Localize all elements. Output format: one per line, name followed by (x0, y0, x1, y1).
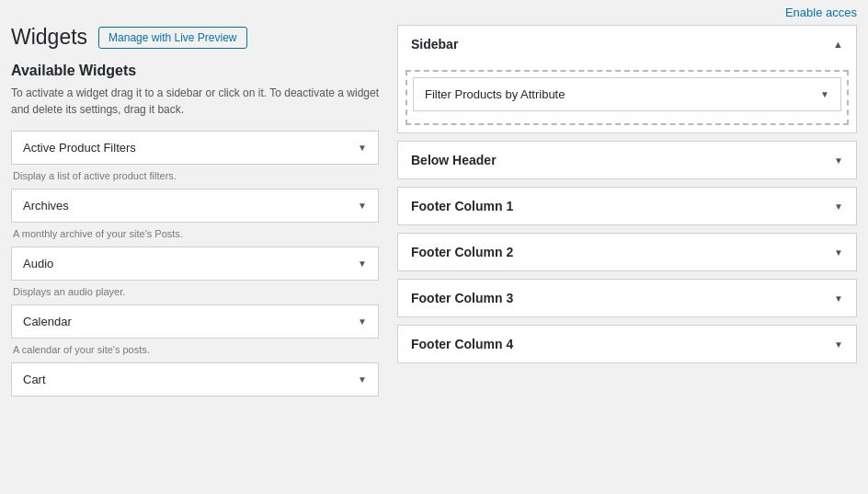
widget-item-label: Cart (23, 373, 46, 386)
footer-col-4-title: Footer Column 4 (411, 337, 513, 351)
chevron-down-icon: ▼ (358, 143, 367, 153)
chevron-down-icon: ▼ (820, 89, 829, 99)
footer-col-4-section: Footer Column 4 ▼ (397, 325, 857, 363)
chevron-down-icon: ▼ (834, 155, 843, 166)
sub-widget[interactable]: Filter Products by Attribute ▼ (413, 77, 841, 111)
chevron-down-icon: ▼ (358, 374, 367, 385)
widget-desc: Displays an audio player. (11, 282, 379, 304)
available-widgets-title: Available Widgets (11, 63, 379, 79)
main-container: Widgets Manage with Live Preview Availab… (0, 25, 868, 409)
chevron-down-icon: ▼ (834, 201, 843, 212)
enable-access-link[interactable]: Enable acces (785, 6, 857, 19)
widget-item[interactable]: Active Product Filters ▼ (11, 131, 379, 165)
right-panel: Sidebar ▲ Filter Products by Attribute ▼… (397, 25, 857, 398)
widget-list: Active Product Filters ▼ Display a list … (11, 131, 379, 396)
chevron-down-icon: ▼ (834, 339, 843, 350)
widget-item-label: Calendar (23, 315, 72, 328)
footer-col-4-header[interactable]: Footer Column 4 ▼ (398, 326, 856, 362)
sidebar-title: Sidebar (411, 37, 458, 52)
widget-item[interactable]: Cart ▼ (11, 362, 379, 396)
widget-desc: A calendar of your site's posts. (11, 340, 379, 362)
chevron-down-icon: ▼ (358, 201, 367, 211)
widget-item-label: Audio (23, 257, 53, 270)
sidebar-section: Sidebar ▲ Filter Products by Attribute ▼ (397, 25, 857, 133)
available-widgets-desc: To activate a widget drag it to a sideba… (11, 85, 379, 118)
footer-col-3-header[interactable]: Footer Column 3 ▼ (398, 280, 856, 316)
widget-desc: A monthly archive of your site's Posts. (11, 224, 379, 247)
widget-item-label: Active Product Filters (23, 141, 136, 155)
sub-widget-label: Filter Products by Attribute (425, 87, 565, 101)
chevron-down-icon: ▼ (834, 247, 843, 258)
footer-col-1-header[interactable]: Footer Column 1 ▼ (398, 188, 856, 224)
below-header-header[interactable]: Below Header ▼ (398, 142, 856, 178)
widget-item[interactable]: Audio ▼ (11, 247, 379, 281)
footer-col-1-title: Footer Column 1 (411, 199, 513, 213)
sidebar-drop-zone: Filter Products by Attribute ▼ (405, 70, 849, 125)
widget-item-label: Archives (23, 199, 69, 213)
below-header-section: Below Header ▼ (397, 141, 857, 179)
live-preview-button[interactable]: Manage with Live Preview (98, 27, 246, 49)
widget-desc: Display a list of active product filters… (11, 167, 379, 189)
sidebar-header[interactable]: Sidebar ▲ (398, 26, 856, 63)
footer-col-1-section: Footer Column 1 ▼ (397, 187, 857, 225)
sidebar-chevron-up-icon: ▲ (833, 39, 843, 50)
top-bar: Enable acces (0, 0, 868, 25)
left-panel: Widgets Manage with Live Preview Availab… (11, 25, 379, 398)
footer-col-3-section: Footer Column 3 ▼ (397, 279, 857, 317)
page-header: Widgets Manage with Live Preview (11, 25, 379, 50)
footer-col-2-header[interactable]: Footer Column 2 ▼ (398, 234, 856, 270)
page-title: Widgets (11, 25, 87, 50)
below-header-title: Below Header (411, 153, 497, 167)
widget-item[interactable]: Archives ▼ (11, 189, 379, 223)
footer-col-3-title: Footer Column 3 (411, 291, 513, 305)
chevron-down-icon: ▼ (358, 316, 367, 327)
widget-item[interactable]: Calendar ▼ (11, 304, 379, 339)
footer-col-2-title: Footer Column 2 (411, 245, 513, 259)
chevron-down-icon: ▼ (834, 293, 843, 304)
footer-col-2-section: Footer Column 2 ▼ (397, 233, 857, 271)
chevron-down-icon: ▼ (358, 258, 367, 269)
